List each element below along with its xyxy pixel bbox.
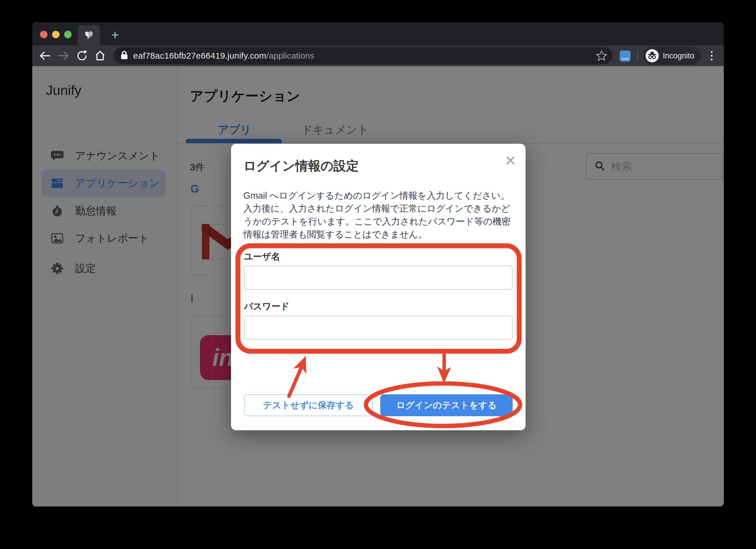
window-close-button[interactable] bbox=[40, 31, 47, 38]
back-icon[interactable] bbox=[39, 49, 52, 62]
url-path: /applications bbox=[266, 51, 314, 61]
reload-icon[interactable] bbox=[75, 49, 89, 62]
save-without-test-button[interactable]: テストせずに保存する bbox=[244, 394, 373, 416]
password-field[interactable] bbox=[244, 315, 513, 340]
incognito-icon bbox=[646, 49, 659, 62]
new-tab-button[interactable]: + bbox=[106, 26, 124, 43]
dialog-title: ログイン情報の設定 bbox=[243, 158, 359, 175]
window-zoom-button[interactable] bbox=[64, 31, 72, 38]
test-login-button[interactable]: ログインのテストをする bbox=[380, 394, 513, 416]
close-icon[interactable]: × bbox=[505, 151, 516, 170]
lock-icon bbox=[121, 51, 128, 61]
url-domain: eaf78ac16bfb27e66419.junify.com bbox=[133, 51, 266, 61]
password-label: パスワード bbox=[244, 300, 289, 312]
forward-icon[interactable] bbox=[57, 49, 70, 62]
browser-tab[interactable] bbox=[78, 25, 100, 45]
window-minimize-button[interactable] bbox=[52, 31, 60, 38]
username-field[interactable] bbox=[244, 266, 513, 290]
dialog-description: Gmail へログインするためのログイン情報を入力してください。入力後に、入力さ… bbox=[243, 189, 514, 241]
extension-label: Junify bbox=[621, 57, 629, 60]
browser-toolbar: eaf78ac16bfb27e66419.junify.com/applicat… bbox=[32, 45, 724, 66]
menu-dots-icon[interactable] bbox=[708, 49, 716, 63]
home-icon[interactable] bbox=[93, 49, 107, 62]
junify-extension-icon[interactable]: Junify bbox=[620, 51, 631, 62]
bookmark-star-icon[interactable] bbox=[595, 49, 608, 62]
junify-favicon-icon bbox=[84, 30, 94, 41]
username-label: ユーザ名 bbox=[244, 251, 280, 263]
desktop-background: + eaf78ac16bfb27e66419.junify.com/applic… bbox=[0, 0, 756, 549]
browser-window: + eaf78ac16bfb27e66419.junify.com/applic… bbox=[32, 22, 724, 506]
incognito-badge: Incognito bbox=[643, 47, 701, 64]
login-settings-dialog: ログイン情報の設定 × Gmail へログインするためのログイン情報を入力してく… bbox=[231, 144, 526, 430]
toolbar-divider bbox=[637, 50, 638, 62]
url-bar[interactable]: eaf78ac16bfb27e66419.junify.com/applicat… bbox=[114, 47, 612, 64]
incognito-label: Incognito bbox=[663, 51, 694, 60]
page-viewport: Junify アナウンスメント アプリケーション bbox=[32, 66, 724, 506]
browser-tab-strip: + bbox=[32, 22, 724, 45]
